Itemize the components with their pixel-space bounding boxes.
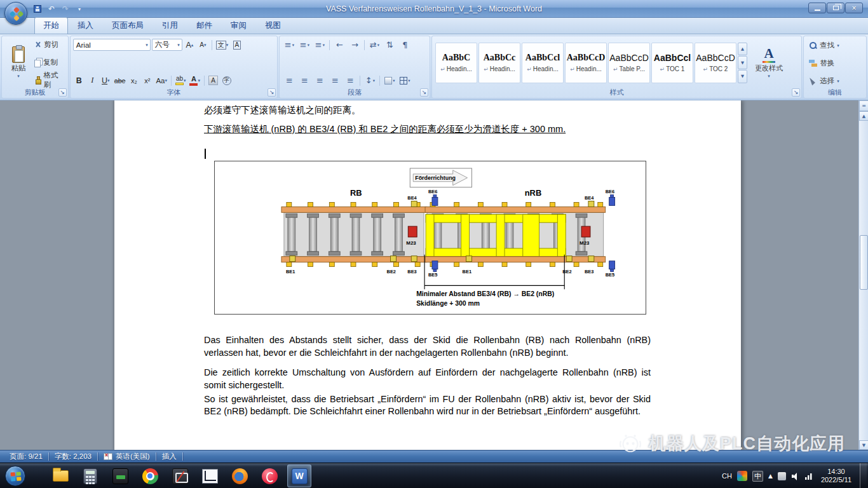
tab-review[interactable]: 审阅 (222, 17, 255, 34)
font-size-select[interactable]: 六号 ▾ (152, 39, 182, 51)
tab-page-layout[interactable]: 页面布局 (103, 17, 153, 34)
enclose-characters-button[interactable]: 字 (220, 74, 233, 86)
scroll-down-button[interactable]: ▼ (859, 440, 868, 450)
character-border-button[interactable]: A (231, 39, 243, 51)
align-left-button[interactable]: ≡ (282, 74, 296, 86)
sort-button[interactable]: ⇅ (383, 39, 397, 51)
taskbar-item-calculator[interactable] (78, 464, 102, 487)
styles-scroll-up-button[interactable]: ▲ (738, 43, 747, 56)
font-family-select[interactable]: Arial ▾ (73, 39, 151, 51)
volume-icon[interactable] (791, 472, 799, 480)
style-cell-heading3[interactable]: AaBbCcl ↵Headin... (522, 43, 564, 83)
multilevel-list-button[interactable]: ≡▾ (313, 39, 327, 51)
paste-button[interactable]: 粘贴 ▾ (4, 38, 33, 86)
insert-mode-indicator[interactable]: 插入 (156, 451, 182, 463)
scroll-up-button[interactable]: ▲ (859, 111, 868, 121)
style-cell-heading2[interactable]: AaBbCc ↵Headin... (478, 43, 520, 83)
network-icon[interactable] (804, 472, 813, 480)
vertical-scrollbar[interactable]: ≡ ▲ ▼ (858, 100, 868, 450)
strikethrough-button[interactable]: abe (113, 74, 127, 86)
page-indicator[interactable]: 页面: 9/21 (4, 451, 48, 463)
format-painter-button[interactable]: 格式刷 (33, 74, 66, 85)
restore-button[interactable] (827, 3, 844, 13)
superscript-button[interactable]: x² (141, 74, 153, 86)
highlight-button[interactable]: ab ▾ (174, 74, 187, 86)
proofing-status[interactable]: 英语(美国) (98, 451, 156, 463)
justify-button[interactable]: ≡ (328, 74, 342, 86)
find-button[interactable]: 查找 ▾ (809, 40, 864, 51)
undo-button[interactable]: ↶ (46, 3, 57, 15)
paragraph-dialog-launcher[interactable]: ↘ (420, 88, 428, 97)
styles-scroll-down-button[interactable]: ▼ (738, 56, 747, 69)
ime-icon[interactable] (737, 471, 747, 481)
ime-mode-indicator[interactable]: 中 (752, 471, 763, 482)
style-cell-heading1[interactable]: AaBbC ↵Headin... (435, 43, 477, 83)
grow-font-button[interactable]: A▴ (184, 39, 196, 51)
bullets-button[interactable]: ≡▾ (282, 39, 296, 51)
taskbar-clock[interactable]: 14:30 2022/5/11 (818, 468, 855, 485)
line-spacing-button[interactable]: ↕▾ (363, 74, 377, 86)
action-center-icon[interactable] (778, 472, 786, 480)
tab-view[interactable]: 视图 (256, 17, 290, 34)
close-button[interactable]: × (845, 3, 863, 13)
taskbar-item-snipping-tool[interactable] (168, 464, 192, 487)
subscript-button[interactable]: x₂ (128, 74, 140, 86)
paragraph-de-1[interactable]: Das Einhalten des Abstands stellt sicher… (204, 334, 651, 360)
minimize-button[interactable] (808, 3, 826, 13)
show-desktop-button[interactable] (860, 463, 867, 488)
select-button[interactable]: 选择 ▾ (809, 76, 864, 86)
shrink-font-button[interactable]: A▾ (197, 39, 209, 51)
tab-home[interactable]: 开始 (34, 17, 68, 34)
keyboard-layout-indicator[interactable]: CH (722, 472, 732, 480)
start-button[interactable] (5, 466, 25, 486)
change-case-button[interactable]: Aa▾ (154, 74, 168, 86)
taskbar-item-word[interactable]: W (287, 464, 311, 487)
decrease-indent-button[interactable]: ← (332, 39, 346, 51)
styles-dialog-launcher[interactable]: ↘ (792, 88, 800, 97)
asian-layout-button[interactable]: ⇄▾ (367, 39, 381, 51)
italic-button[interactable]: I (86, 74, 98, 86)
style-cell-toc1[interactable]: AaBbCcl ↵TOC 1 (651, 43, 693, 83)
bold-button[interactable]: B (73, 74, 85, 86)
style-cell-heading4[interactable]: AaBbCcD ↵Headin... (565, 43, 607, 83)
taskbar-item-chrome[interactable] (138, 464, 162, 487)
numbering-button[interactable]: ≡▾ (297, 39, 311, 51)
conveyor-diagram[interactable]: Förderrichtung RB nRB (214, 161, 646, 315)
font-color-button[interactable]: A ▾ (188, 74, 201, 86)
increase-indent-button[interactable]: → (348, 39, 362, 51)
font-dialog-launcher[interactable]: ↘ (268, 88, 276, 97)
taskbar-item-chart-app[interactable] (198, 464, 222, 487)
cut-button[interactable]: 剪切 (33, 39, 66, 50)
paragraph-de-2[interactable]: Die zeitlich korrekte Umschaltung von Au… (204, 367, 651, 392)
word-count[interactable]: 字数: 2,203 (49, 451, 97, 463)
style-cell-toc2[interactable]: AaBbCcD ↵TOC 2 (695, 43, 736, 83)
phonetic-guide-button[interactable]: 文▾ (215, 39, 230, 51)
scrollbar-thumb[interactable] (860, 235, 868, 290)
save-button[interactable] (32, 3, 43, 15)
tab-mailings[interactable]: 邮件 (187, 17, 221, 34)
tab-insert[interactable]: 插入 (69, 17, 102, 34)
underline-button[interactable]: U▾ (100, 74, 112, 86)
paragraph-de-3[interactable]: So ist gewährleistet, dass die Betriebsa… (204, 393, 651, 419)
redo-button[interactable]: ↷ (60, 3, 71, 15)
paragraph-cn-1[interactable]: 必须遵守下述滚筒输送机之间的距离。 (204, 104, 651, 118)
hidden-icons-button[interactable]: ▲ (768, 473, 773, 479)
styles-gallery-more-button[interactable]: ▼ (738, 70, 747, 83)
taskbar-item-browser[interactable] (227, 464, 252, 487)
distribute-button[interactable]: ≡ (343, 74, 357, 86)
replace-button[interactable]: 替换 (809, 58, 864, 69)
taskbar-item-red-app[interactable] (257, 464, 281, 487)
copy-button[interactable]: 复制 (33, 57, 66, 68)
qat-customize-button[interactable]: ▾ (74, 3, 85, 15)
taskbar-item-explorer[interactable] (48, 464, 72, 487)
paragraph-cn-2[interactable]: 下游滚筒输送机 (nRB) 的 BE3/4 (RB) 和 BE2 之间的距离必须… (204, 123, 651, 137)
shading-button[interactable]: ▾ (383, 74, 397, 86)
tab-references[interactable]: 引用 (153, 17, 187, 34)
align-right-button[interactable]: ≡ (313, 74, 327, 86)
ruler-toggle-button[interactable]: ≡ (859, 100, 868, 111)
clipboard-dialog-launcher[interactable]: ↘ (58, 88, 67, 97)
borders-button[interactable]: ▾ (398, 74, 412, 86)
align-center-button[interactable]: ≡ (297, 74, 311, 86)
office-button[interactable] (4, 2, 27, 25)
show-marks-button[interactable]: ¶ (398, 39, 412, 51)
